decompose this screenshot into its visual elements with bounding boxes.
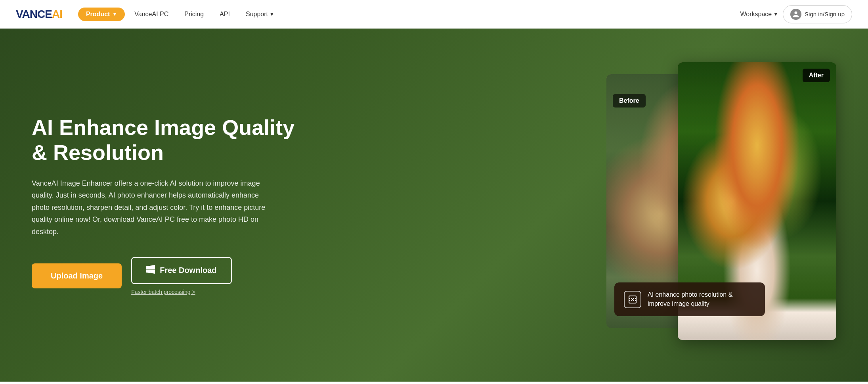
signin-label: Sign in/Sign up bbox=[805, 11, 845, 17]
product-button[interactable]: Product ▼ bbox=[78, 8, 125, 21]
workspace-button[interactable]: Workspace ▼ bbox=[740, 11, 778, 18]
support-link[interactable]: Support ▼ bbox=[239, 8, 281, 21]
windows-icon bbox=[146, 265, 155, 276]
comparison-container: Before After AI enhance photo resolution… bbox=[606, 62, 836, 348]
faster-batch-link[interactable]: Faster batch processing > bbox=[131, 289, 195, 295]
free-download-button[interactable]: Free Download bbox=[131, 257, 231, 284]
enhance-icon bbox=[624, 291, 641, 308]
logo[interactable]: VANCE AI bbox=[16, 8, 62, 21]
hero-buttons: Upload Image Free Download Faster batch … bbox=[32, 257, 309, 295]
chevron-down-icon: ▼ bbox=[773, 12, 778, 17]
hero-section: AI Enhance Image Quality & Resolution Va… bbox=[0, 29, 868, 382]
before-badge: Before bbox=[613, 94, 646, 108]
hero-right: Before After AI enhance photo resolution… bbox=[309, 62, 836, 348]
info-card-text: AI enhance photo resolution & improve im… bbox=[648, 290, 755, 308]
workspace-label: Workspace bbox=[740, 11, 772, 18]
info-card: AI enhance photo resolution & improve im… bbox=[614, 282, 765, 316]
api-link[interactable]: API bbox=[213, 8, 236, 21]
download-group: Free Download Faster batch processing > bbox=[131, 257, 231, 295]
avatar-icon bbox=[790, 9, 801, 20]
logo-vance: VANCE bbox=[16, 8, 52, 21]
nav-items: Product ▼ VanceAI PC Pricing API Support… bbox=[78, 8, 740, 21]
signin-button[interactable]: Sign in/Sign up bbox=[783, 5, 852, 23]
upload-image-button[interactable]: Upload Image bbox=[32, 263, 122, 288]
chevron-down-icon: ▼ bbox=[112, 12, 117, 17]
hero-description: VanceAI Image Enhancer offers a one-clic… bbox=[32, 177, 277, 238]
after-badge: After bbox=[803, 69, 830, 82]
download-label: Free Download bbox=[160, 266, 216, 275]
navbar: VANCE AI Product ▼ VanceAI PC Pricing AP… bbox=[0, 0, 868, 29]
logo-ai: AI bbox=[52, 8, 62, 21]
hero-title: AI Enhance Image Quality & Resolution bbox=[32, 115, 309, 164]
chevron-down-icon: ▼ bbox=[270, 12, 274, 17]
hero-left: AI Enhance Image Quality & Resolution Va… bbox=[32, 115, 309, 295]
nav-right: Workspace ▼ Sign in/Sign up bbox=[740, 5, 852, 23]
pricing-link[interactable]: Pricing bbox=[178, 8, 210, 21]
vanceai-pc-link[interactable]: VanceAI PC bbox=[128, 8, 175, 21]
product-label: Product bbox=[86, 11, 110, 18]
